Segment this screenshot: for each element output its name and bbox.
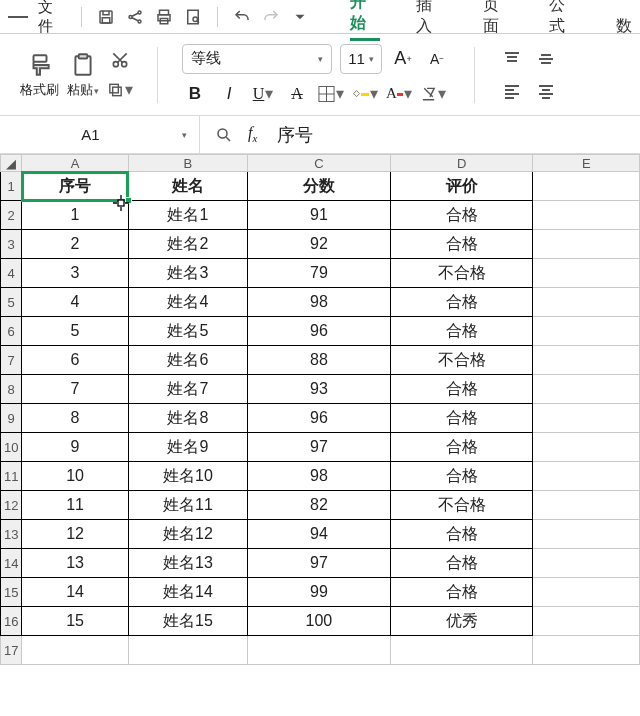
cell[interactable]: 姓名15 <box>128 607 247 636</box>
share-icon[interactable] <box>125 7 144 27</box>
cell[interactable]: 合格 <box>390 230 533 259</box>
align-left-icon[interactable] <box>499 79 525 103</box>
cell[interactable]: 8 <box>22 404 129 433</box>
bold-icon[interactable]: B <box>182 82 208 106</box>
cell[interactable]: 合格 <box>390 375 533 404</box>
cell[interactable]: 优秀 <box>390 607 533 636</box>
cell-E1[interactable] <box>533 172 640 201</box>
cell[interactable] <box>533 491 640 520</box>
row-header[interactable]: 15 <box>1 578 22 607</box>
print-icon[interactable] <box>154 7 173 27</box>
cell[interactable]: 合格 <box>390 520 533 549</box>
cell[interactable]: 4 <box>22 288 129 317</box>
cell[interactable]: 96 <box>248 317 391 346</box>
cell[interactable]: 姓名7 <box>128 375 247 404</box>
italic-icon[interactable]: I <box>216 82 242 106</box>
row-header[interactable]: 1 <box>1 172 22 201</box>
font-color-icon[interactable]: A▾ <box>386 82 412 106</box>
cell[interactable] <box>533 462 640 491</box>
chevron-down-icon[interactable]: ▾ <box>182 130 187 140</box>
cell[interactable]: 姓名2 <box>128 230 247 259</box>
fx-icon[interactable]: fx <box>248 124 257 144</box>
cell[interactable]: 11 <box>22 491 129 520</box>
align-middle-icon[interactable] <box>533 47 559 71</box>
cell[interactable] <box>533 578 640 607</box>
col-header-E[interactable]: E <box>533 155 640 172</box>
col-header-D[interactable]: D <box>390 155 533 172</box>
row-header[interactable]: 3 <box>1 230 22 259</box>
name-box[interactable]: A1 ▾ <box>0 116 200 153</box>
align-center-icon[interactable] <box>533 79 559 103</box>
cell[interactable]: 1 <box>22 201 129 230</box>
cell[interactable]: 不合格 <box>390 346 533 375</box>
cell[interactable] <box>533 375 640 404</box>
file-menu[interactable]: 文件 <box>38 0 67 36</box>
cell[interactable]: 合格 <box>390 462 533 491</box>
row-header[interactable]: 12 <box>1 491 22 520</box>
hamburger-icon[interactable] <box>8 7 28 27</box>
row-header[interactable]: 6 <box>1 317 22 346</box>
cell[interactable] <box>533 520 640 549</box>
cell[interactable] <box>533 288 640 317</box>
more-dropdown-icon[interactable] <box>291 7 310 27</box>
cell[interactable]: 合格 <box>390 288 533 317</box>
cell[interactable]: 5 <box>22 317 129 346</box>
paste-button[interactable]: 粘贴▾ <box>67 51 99 99</box>
cell[interactable]: 91 <box>248 201 391 230</box>
cell[interactable]: 合格 <box>390 433 533 462</box>
spreadsheet-grid[interactable]: ◢ A B C D E 1 序号 姓名 分数 评价 21姓名191合格32姓名2… <box>0 154 640 665</box>
cell[interactable]: 不合格 <box>390 259 533 288</box>
cell[interactable]: 不合格 <box>390 491 533 520</box>
cell[interactable]: 14 <box>22 578 129 607</box>
font-size-select[interactable]: 11▾ <box>340 44 382 74</box>
cell[interactable]: 100 <box>248 607 391 636</box>
cell[interactable]: 92 <box>248 230 391 259</box>
save-icon[interactable] <box>96 7 115 27</box>
cell[interactable]: 13 <box>22 549 129 578</box>
cell[interactable] <box>533 607 640 636</box>
cell[interactable]: 9 <box>22 433 129 462</box>
cell[interactable]: 2 <box>22 230 129 259</box>
cell[interactable]: 88 <box>248 346 391 375</box>
row-header[interactable]: 7 <box>1 346 22 375</box>
cell[interactable]: 97 <box>248 433 391 462</box>
zoom-icon[interactable] <box>214 125 234 145</box>
cell[interactable]: 12 <box>22 520 129 549</box>
cell[interactable]: 合格 <box>390 549 533 578</box>
cell[interactable] <box>533 201 640 230</box>
cell[interactable]: 姓名14 <box>128 578 247 607</box>
print-preview-icon[interactable] <box>184 7 203 27</box>
cell[interactable] <box>533 636 640 665</box>
col-header-C[interactable]: C <box>248 155 391 172</box>
cell[interactable] <box>248 636 391 665</box>
cell[interactable]: 合格 <box>390 201 533 230</box>
cell[interactable]: 10 <box>22 462 129 491</box>
col-header-B[interactable]: B <box>128 155 247 172</box>
format-painter-button[interactable]: 格式刷 <box>20 51 59 99</box>
cell[interactable]: 7 <box>22 375 129 404</box>
cell[interactable] <box>533 230 640 259</box>
cell[interactable]: 93 <box>248 375 391 404</box>
cell[interactable] <box>22 636 129 665</box>
cell[interactable]: 姓名10 <box>128 462 247 491</box>
row-header[interactable]: 4 <box>1 259 22 288</box>
cell[interactable]: 姓名8 <box>128 404 247 433</box>
cell[interactable] <box>533 346 640 375</box>
row-header[interactable]: 14 <box>1 549 22 578</box>
cell[interactable] <box>533 404 640 433</box>
cut-icon[interactable] <box>107 48 133 72</box>
cell[interactable]: 97 <box>248 549 391 578</box>
font-name-select[interactable]: 等线▾ <box>182 44 332 74</box>
align-top-icon[interactable] <box>499 47 525 71</box>
row-header[interactable]: 9 <box>1 404 22 433</box>
row-header[interactable]: 13 <box>1 520 22 549</box>
cell[interactable] <box>390 636 533 665</box>
cell[interactable] <box>533 317 640 346</box>
cell[interactable] <box>533 433 640 462</box>
undo-icon[interactable] <box>232 7 251 27</box>
cell[interactable]: 合格 <box>390 404 533 433</box>
cell[interactable]: 姓名1 <box>128 201 247 230</box>
col-header-A[interactable]: A <box>22 155 129 172</box>
cell-B1[interactable]: 姓名 <box>128 172 247 201</box>
cell[interactable]: 姓名13 <box>128 549 247 578</box>
